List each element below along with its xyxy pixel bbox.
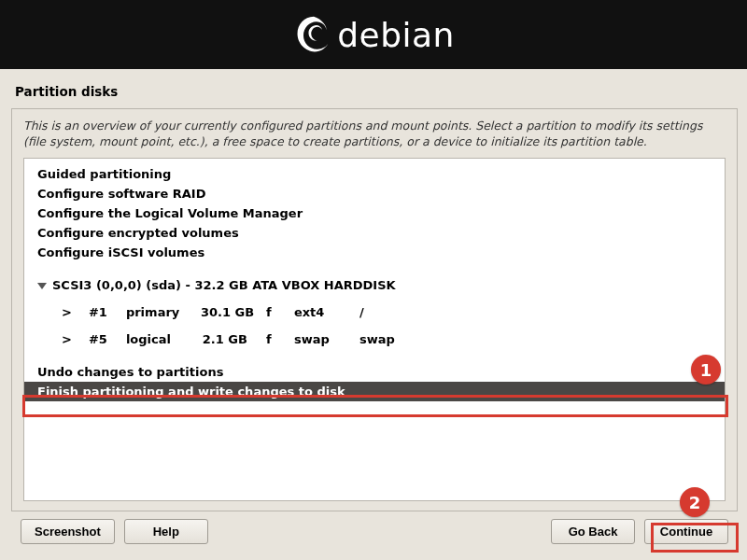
brand-name: debian	[337, 16, 455, 54]
partition-arrow-icon: >	[62, 332, 72, 346]
panel: This is an overview of your currently co…	[11, 108, 738, 511]
spacer	[24, 322, 725, 329]
go-back-button[interactable]: Go Back	[551, 519, 635, 544]
annotation-callout-1: 1	[691, 355, 721, 385]
partition-arrow-icon: >	[62, 305, 72, 319]
chevron-down-icon	[37, 283, 47, 289]
item-raid[interactable]: Configure software RAID	[24, 184, 725, 203]
item-lvm[interactable]: Configure the Logical Volume Manager	[24, 203, 725, 223]
disk-header-text: SCSI3 (0,0,0) (sda) - 32.2 GB ATA VBOX H…	[52, 278, 396, 292]
debian-swirl-icon	[292, 13, 335, 56]
item-partition-5[interactable]: >#5logical2.1 GBfswapswap	[24, 329, 725, 349]
item-finish[interactable]: Finish partitioning and write changes to…	[24, 382, 725, 401]
help-button[interactable]: Help	[124, 519, 208, 544]
screenshot-button[interactable]: Screenshot	[21, 519, 115, 544]
annotation-callout-2: 2	[680, 487, 710, 517]
item-partition-1[interactable]: >#1primary30.1 GBfext4/	[24, 302, 725, 322]
banner: debian	[0, 0, 747, 69]
item-encrypted[interactable]: Configure encrypted volumes	[24, 223, 725, 243]
continue-button[interactable]: Continue	[644, 519, 728, 544]
spacer	[24, 262, 725, 275]
instructions-text: This is an overview of your currently co…	[23, 119, 726, 150]
partition-listbox[interactable]: Guided partitioning Configure software R…	[23, 158, 726, 501]
spacer	[24, 349, 725, 362]
section-title: Partition disks	[15, 84, 734, 99]
item-undo[interactable]: Undo changes to partitions	[24, 362, 725, 382]
spacer	[24, 295, 725, 302]
item-iscsi[interactable]: Configure iSCSI volumes	[24, 243, 725, 262]
item-disk-header[interactable]: SCSI3 (0,0,0) (sda) - 32.2 GB ATA VBOX H…	[24, 275, 725, 295]
item-guided[interactable]: Guided partitioning	[24, 164, 725, 184]
button-row: Screenshot Help Go Back Continue	[11, 511, 738, 544]
content-area: Partition disks This is an overview of y…	[0, 69, 747, 555]
